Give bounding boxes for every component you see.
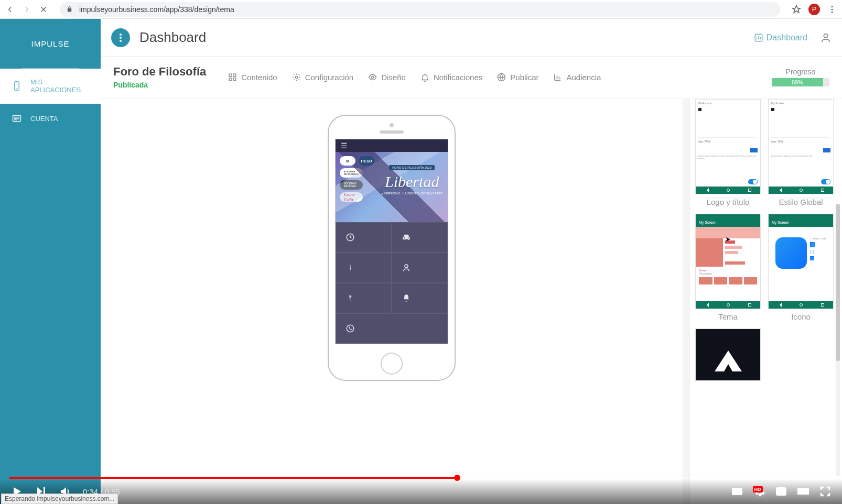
scroll-gap [683, 99, 690, 504]
svg-point-1 [832, 8, 833, 10]
app-icon-preview [775, 237, 807, 269]
theme-card-logo[interactable]: Workspace App / Web Lorem ipsum dolor si… [695, 99, 761, 206]
chrome-menu-icon[interactable] [827, 5, 837, 14]
banner-top-label: FORO DE FILOSOFÍA 2019 [389, 165, 435, 170]
page-title: Dashboard [139, 29, 206, 46]
theme-label: Logo y título [695, 198, 761, 206]
browser-status-text: Esperando impulseyourbusiness.com... [1, 494, 118, 504]
dashboard-icon [754, 33, 763, 42]
whatsapp-icon [346, 324, 355, 333]
theme-card-estilo[interactable]: My Screen App / Web Lorem ipsum dolor si… [768, 99, 834, 206]
svg-rect-21 [350, 267, 351, 270]
clock-icon [346, 233, 355, 242]
phone-icon [12, 81, 22, 91]
app-tabbar: Foro de Filosofía Publicada Contenido Co… [101, 57, 842, 99]
menu-cell[interactable] [336, 283, 392, 313]
progress-value: 89% [772, 78, 823, 86]
tab-diseno[interactable]: Diseño [368, 73, 406, 82]
tab-configuracion[interactable]: Configuración [292, 73, 354, 82]
svg-point-2 [832, 11, 833, 13]
svg-point-16 [295, 76, 297, 78]
phone-screen: ☰ M ITESO ACADEMIA DE DOCENCIA SOCIEDAD … [335, 139, 448, 344]
sidebar-item-label: CUENTA [30, 115, 58, 123]
app-banner: M ITESO ACADEMIA DE DOCENCIA SOCIEDAD NA… [336, 152, 448, 222]
sidebar: IMPULSE MIS APLICACIONES CUENTA [0, 19, 101, 504]
car-icon [402, 233, 411, 242]
bell-icon [420, 73, 429, 82]
svg-point-11 [824, 34, 827, 37]
app-menu-grid [336, 222, 448, 344]
phone-mockup: ☰ M ITESO ACADEMIA DE DOCENCIA SOCIEDAD … [328, 115, 456, 381]
theme-label: Tema [695, 312, 761, 321]
dashboard-link[interactable]: Dashboard [754, 33, 807, 42]
svg-point-20 [350, 265, 351, 266]
url-text: impulseyourbusiness.com/app/338/design/t… [79, 5, 234, 14]
theme-label: Icono [768, 312, 834, 321]
forward-button[interactable] [22, 5, 31, 14]
banner-subtitle: ¿DERECHO, ILUSIÓN O CONQUISTA? [381, 192, 442, 195]
cursor-icon: ➤ [725, 235, 731, 243]
bookmark-star-icon[interactable] [792, 5, 801, 14]
svg-point-23 [347, 325, 354, 332]
app-name: Foro de Filosofía [113, 65, 206, 79]
svg-point-8 [120, 37, 122, 39]
progress-label: Progreso [786, 68, 816, 76]
svg-point-22 [405, 265, 408, 268]
sidebar-item-apps[interactable]: MIS APLICACIONES [0, 69, 101, 104]
user-icon [402, 263, 411, 272]
gear-icon [292, 73, 301, 82]
theme-panel: Workspace App / Web Lorem ipsum dolor si… [690, 99, 842, 504]
header-menu-button[interactable] [111, 28, 130, 47]
menu-cell[interactable] [392, 283, 448, 313]
theme-card-icono[interactable]: My Screen ☐ Photo ☐ Pure [ ] [768, 214, 834, 321]
profile-avatar[interactable]: P [808, 4, 820, 15]
home-button[interactable] [381, 353, 403, 375]
stop-button[interactable] [39, 5, 48, 14]
svg-point-7 [120, 34, 122, 36]
svg-rect-5 [13, 115, 21, 122]
svg-point-6 [15, 117, 16, 119]
tab-audiencia[interactable]: Audiencia [553, 73, 601, 82]
svg-point-9 [120, 40, 122, 42]
svg-rect-3 [15, 82, 19, 91]
sidebar-item-label: MIS APLICACIONES [30, 78, 89, 94]
tab-publicar[interactable]: Publicar [497, 73, 538, 82]
preview-canvas: ☰ M ITESO ACADEMIA DE DOCENCIA SOCIEDAD … [101, 99, 683, 504]
sponsor-pill: ACADEMIA DE DOCENCIA [340, 168, 363, 178]
menu-cell[interactable] [392, 222, 448, 253]
info-icon [346, 263, 355, 272]
user-icon[interactable] [820, 32, 832, 43]
menu-cell[interactable] [336, 253, 392, 283]
chart-icon [553, 73, 562, 82]
brand-logo[interactable]: IMPULSE [0, 19, 101, 68]
scrollbar[interactable] [836, 204, 840, 476]
main-content: Dashboard Dashboard Foro de Filosofía Pu… [101, 19, 842, 504]
banner-title: Libertad [381, 173, 442, 191]
eye-icon [368, 73, 377, 82]
address-bar[interactable]: impulseyourbusiness.com/app/338/design/t… [60, 2, 780, 17]
bell-icon [402, 293, 411, 303]
tab-notificaciones[interactable]: Notificaciones [420, 73, 482, 82]
svg-point-17 [372, 76, 374, 78]
theme-label: Estilo Global [768, 198, 834, 206]
menu-cell[interactable] [336, 222, 392, 253]
app-topbar: ☰ [336, 139, 448, 152]
tab-contenido[interactable]: Contenido [228, 73, 277, 82]
theme-card-screen[interactable] [695, 328, 761, 381]
menu-cell[interactable] [336, 313, 448, 344]
sidebar-item-account[interactable]: CUENTA [0, 104, 101, 133]
theme-card-tema[interactable]: My Screen ➤ DonecDescription [695, 214, 761, 321]
grid-icon [228, 73, 237, 82]
id-card-icon [12, 113, 22, 124]
back-button[interactable] [5, 5, 15, 14]
svg-point-0 [832, 6, 833, 7]
svg-rect-12 [229, 74, 232, 76]
sponsor-logo: ITESO [359, 156, 374, 166]
progress-bar: 89% [772, 78, 829, 86]
triangle-logo-icon [715, 350, 742, 371]
menu-cell[interactable] [392, 253, 448, 283]
globe-icon [497, 73, 506, 82]
hamburger-icon[interactable]: ☰ [341, 141, 348, 150]
toggle-icon [748, 179, 758, 184]
progress-block: Progreso 89% [772, 68, 829, 86]
